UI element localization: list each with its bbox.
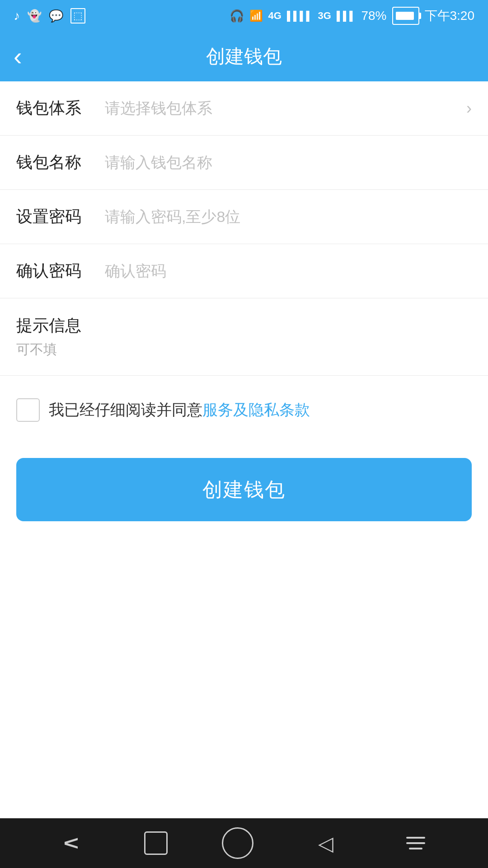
password-row: 设置密码 <box>0 190 488 244</box>
headphone-icon: 🎧 <box>230 9 244 23</box>
screen-icon: ⬚ <box>70 8 85 24</box>
nav-home-button[interactable] <box>222 827 253 859</box>
wechat-icon: 💬 <box>49 9 63 23</box>
nav-triangle-button[interactable]: ◁ <box>308 825 344 861</box>
password-label: 设置密码 <box>16 206 98 228</box>
signal-3g: 3G <box>318 10 331 22</box>
wallet-system-label: 钱包体系 <box>16 97 98 119</box>
wallet-system-row[interactable]: 钱包体系 请选择钱包体系 › <box>0 81 488 136</box>
form-content: 钱包体系 请选择钱包体系 › 钱包名称 设置密码 确认密码 提示信息 可不填 我… <box>0 81 488 818</box>
wallet-name-row: 钱包名称 <box>0 136 488 190</box>
terms-row: 我已经仔细阅读并同意服务及隐私条款 <box>0 376 488 444</box>
hint-info-row: 提示信息 可不填 <box>0 298 488 376</box>
terms-prefix: 我已经仔细阅读并同意 <box>49 401 202 418</box>
signal-bars-4g: ▌▌▌▌ <box>287 11 313 21</box>
wallet-system-placeholder: 请选择钱包体系 <box>98 98 459 119</box>
wallet-name-input[interactable] <box>98 154 472 171</box>
confirm-password-input[interactable] <box>98 262 472 280</box>
hint-title: 提示信息 <box>16 315 472 337</box>
terms-text: 我已经仔细阅读并同意服务及隐私条款 <box>49 400 310 420</box>
terms-checkbox[interactable] <box>16 398 40 422</box>
create-wallet-button[interactable]: 创建钱包 <box>16 458 472 521</box>
signal-4g: 4G <box>268 10 282 22</box>
status-icons-left: ♪ 👻 💬 ⬚ <box>14 8 85 24</box>
nav-menu-button[interactable] <box>398 825 434 861</box>
wifi-icon: 📶 <box>249 9 263 22</box>
confirm-password-row: 确认密码 <box>0 244 488 298</box>
battery-icon <box>392 7 419 25</box>
snapchat-icon: 👻 <box>27 9 42 23</box>
nav-back-button[interactable]: ∨ <box>54 825 90 861</box>
chevron-right-icon: › <box>466 99 472 118</box>
app-header: ‹ 创建钱包 <box>0 32 488 81</box>
bottom-navigation: ∨ ◁ <box>0 818 488 868</box>
battery-percent: 78% <box>361 9 386 23</box>
page-title: 创建钱包 <box>206 44 282 69</box>
password-input[interactable] <box>98 208 472 226</box>
time: 下午3:20 <box>425 7 475 24</box>
create-button-wrapper: 创建钱包 <box>0 444 488 535</box>
signal-bars-3g: ▌▌▌ <box>337 11 356 21</box>
status-bar: ♪ 👻 💬 ⬚ 🎧 📶 4G ▌▌▌▌ 3G ▌▌▌ 78% 下午3:20 <box>0 0 488 32</box>
wallet-name-label: 钱包名称 <box>16 151 98 174</box>
hint-subtitle: 可不填 <box>16 340 472 359</box>
confirm-password-label: 确认密码 <box>16 260 98 282</box>
music-icon: ♪ <box>14 9 20 23</box>
status-icons-right: 🎧 📶 4G ▌▌▌▌ 3G ▌▌▌ 78% 下午3:20 <box>230 7 474 25</box>
back-button[interactable]: ‹ <box>14 44 22 69</box>
nav-square-button[interactable] <box>144 831 168 855</box>
terms-link[interactable]: 服务及隐私条款 <box>202 401 310 418</box>
